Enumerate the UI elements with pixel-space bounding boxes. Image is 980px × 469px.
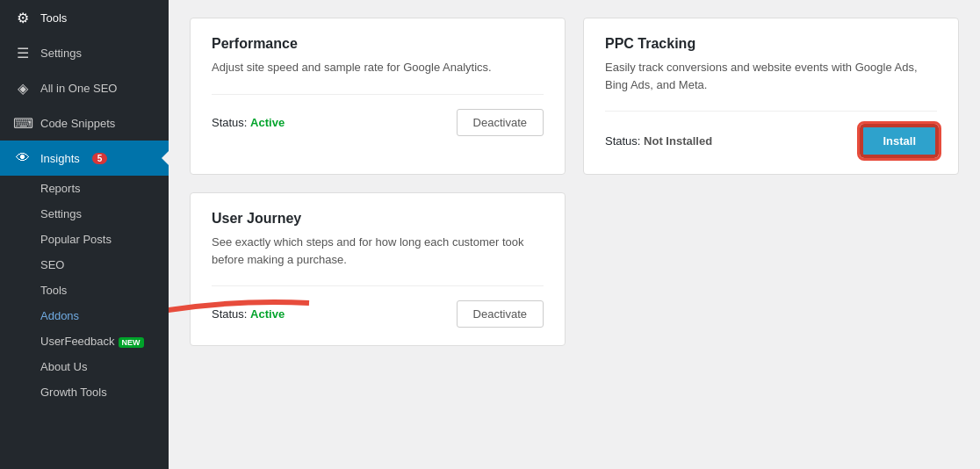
main-content: Performance Adjust site speed and sample…: [169, 0, 980, 469]
insights-icon: 👁: [14, 149, 32, 167]
user-journey-card-title: User Journey: [212, 211, 544, 227]
seo-icon: ◈: [14, 79, 32, 97]
ppc-status-value: Not Installed: [644, 134, 712, 148]
performance-card: Performance Adjust site speed and sample…: [190, 18, 566, 175]
second-row: User Journey See exactly which steps and…: [190, 192, 959, 346]
sidebar-insights-label: Insights: [40, 152, 80, 165]
ppc-card-footer: Status: Not Installed Install: [605, 111, 937, 156]
user-journey-card: User Journey See exactly which steps and…: [190, 192, 566, 346]
submenu-item-seo[interactable]: SEO: [0, 252, 169, 278]
submenu-item-addons[interactable]: Addons: [0, 303, 169, 328]
submenu-item-popular-posts[interactable]: Popular Posts: [0, 227, 169, 252]
sidebar-item-allinoneseo[interactable]: ◈ All in One SEO: [0, 70, 169, 105]
sidebar-settings-label: Settings: [40, 47, 82, 60]
sidebar-item-insights[interactable]: 👁 Insights 5: [0, 141, 169, 176]
performance-status: Status: Active: [212, 116, 285, 129]
user-journey-deactivate-button[interactable]: Deactivate: [457, 300, 544, 328]
submenu-item-about-us[interactable]: About Us: [0, 354, 169, 379]
submenu-item-reports[interactable]: Reports: [0, 176, 169, 201]
user-journey-status: Status: Active: [212, 307, 285, 321]
performance-deactivate-button[interactable]: Deactivate: [457, 109, 544, 136]
ppc-tracking-card: PPC Tracking Easily track conversions an…: [583, 18, 959, 175]
user-journey-card-footer: Status: Active Deactivate: [212, 285, 544, 328]
submenu-item-settings[interactable]: Settings: [0, 201, 169, 227]
performance-status-value: Active: [250, 116, 285, 129]
submenu-item-userfeedback[interactable]: UserFeedbackNEW: [0, 328, 169, 354]
sidebar-tools-label: Tools: [40, 11, 67, 25]
submenu-item-tools[interactable]: Tools: [0, 278, 169, 303]
submenu-item-growth-tools[interactable]: Growth Tools: [0, 379, 169, 405]
sidebar-code-label: Code Snippets: [40, 117, 115, 130]
ppc-status: Status: Not Installed: [605, 134, 712, 148]
sidebar-item-settings[interactable]: ☰ Settings: [0, 35, 169, 70]
active-arrow-indicator: [162, 149, 169, 167]
sidebar-item-tools[interactable]: ⚙ Tools: [0, 0, 169, 35]
user-journey-status-label: Status:: [212, 307, 247, 321]
new-badge: NEW: [119, 337, 144, 348]
user-journey-card-desc: See exactly which steps and for how long…: [212, 234, 544, 268]
sidebar-seo-label: All in One SEO: [40, 82, 117, 95]
empty-placeholder: [583, 192, 959, 346]
insights-badge: 5: [92, 153, 108, 164]
sidebar-item-codesnippets[interactable]: ⌨ Code Snippets: [0, 105, 169, 141]
sidebar: ⚙ Tools ☰ Settings ◈ All in One SEO ⌨ Co…: [0, 0, 169, 469]
userfeedback-label: UserFeedback: [40, 335, 115, 348]
ppc-card-desc: Easily track conversions and website eve…: [605, 59, 937, 93]
ppc-status-label: Status:: [605, 134, 640, 148]
settings-icon: ☰: [14, 44, 32, 61]
performance-status-label: Status:: [212, 116, 247, 129]
performance-card-desc: Adjust site speed and sample rate for Go…: [212, 59, 544, 76]
ppc-card-title: PPC Tracking: [605, 36, 937, 52]
code-icon: ⌨: [14, 114, 32, 132]
cards-grid: Performance Adjust site speed and sample…: [190, 18, 959, 175]
user-journey-status-value: Active: [250, 307, 285, 321]
performance-card-title: Performance: [212, 36, 544, 52]
ppc-install-button[interactable]: Install: [861, 126, 937, 156]
performance-card-footer: Status: Active Deactivate: [212, 94, 544, 136]
tools-icon: ⚙: [14, 9, 32, 26]
